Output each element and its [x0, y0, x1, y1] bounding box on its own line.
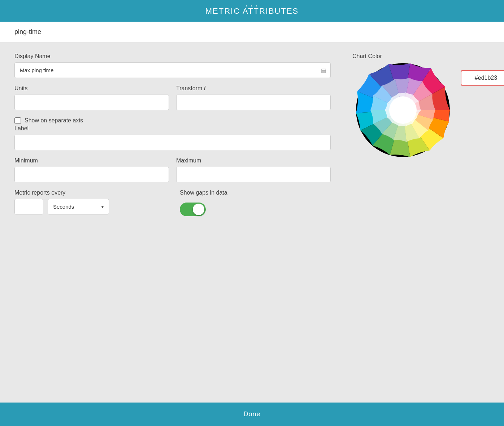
transform-field: Transform f	[176, 85, 331, 110]
reports-row: Seconds Minutes Hours Days ▼	[14, 199, 165, 214]
checkbox-row: Show on separate axis	[14, 117, 331, 124]
right-column: Chart Color	[352, 53, 490, 392]
transform-label: Transform f	[176, 85, 331, 92]
color-hex-input[interactable]	[461, 70, 504, 86]
axis-label-input[interactable]	[14, 135, 331, 150]
seconds-select-wrapper: Seconds Minutes Hours Days ▼	[48, 199, 109, 214]
separate-axis-label: Show on separate axis	[25, 117, 83, 124]
toggle-thumb	[193, 204, 204, 215]
show-gaps-toggle[interactable]	[180, 203, 331, 216]
color-hex-wrapper	[453, 67, 504, 86]
show-gaps-section: Show gaps in data	[180, 190, 331, 216]
minimum-input[interactable]	[14, 167, 169, 182]
minimum-label: Minimum	[14, 157, 169, 164]
show-gaps-label: Show gaps in data	[180, 190, 331, 196]
display-name-label: Display Name	[14, 53, 331, 60]
metric-reports-label: Metric reports every	[14, 190, 165, 196]
seconds-select[interactable]: Seconds Minutes Hours Days	[48, 199, 109, 214]
color-wheel-container[interactable]	[352, 60, 453, 161]
right-top-row: Chart Color	[352, 53, 490, 161]
display-name-input[interactable]	[14, 62, 331, 78]
display-name-field: Display Name ▤	[14, 53, 331, 78]
units-transform-row: Units Transform f	[14, 85, 331, 110]
main-content: Display Name ▤ Units Transform f	[0, 42, 504, 403]
separate-axis-checkbox[interactable]	[14, 117, 21, 124]
header-dots: • • •	[246, 4, 258, 9]
toggle-track	[180, 203, 206, 216]
maximum-field: Maximum	[176, 157, 331, 182]
metric-name: ping-time	[14, 28, 41, 35]
metric-name-row: ping-time	[0, 22, 504, 42]
copy-icon[interactable]: ▤	[321, 67, 326, 74]
transform-input[interactable]	[176, 95, 331, 110]
separate-axis-section: Show on separate axis Label	[14, 117, 331, 150]
units-label: Units	[14, 85, 169, 92]
axis-label-label: Label	[14, 125, 331, 132]
minimum-field: Minimum	[14, 157, 169, 182]
header: • • • METRIC ATTRIBUTES	[0, 0, 504, 22]
display-name-wrapper: ▤	[14, 62, 331, 78]
chart-color-section: Chart Color	[352, 53, 453, 161]
chart-color-label: Chart Color	[352, 53, 382, 59]
maximum-input[interactable]	[176, 167, 331, 182]
done-button[interactable]: Done	[14, 410, 490, 418]
svg-point-1	[389, 96, 417, 124]
left-column: Display Name ▤ Units Transform f	[14, 53, 331, 392]
color-wheel-svg[interactable]	[352, 60, 453, 161]
maximum-label: Maximum	[176, 157, 331, 164]
done-bar: Done	[0, 403, 504, 426]
reports-number-input[interactable]	[14, 199, 43, 214]
min-max-row: Minimum Maximum	[14, 157, 331, 182]
units-input[interactable]	[14, 95, 169, 110]
metric-reports-field: Metric reports every Seconds Minutes Hou…	[14, 190, 165, 214]
units-field: Units	[14, 85, 169, 110]
reports-gaps-row: Metric reports every Seconds Minutes Hou…	[14, 190, 331, 216]
